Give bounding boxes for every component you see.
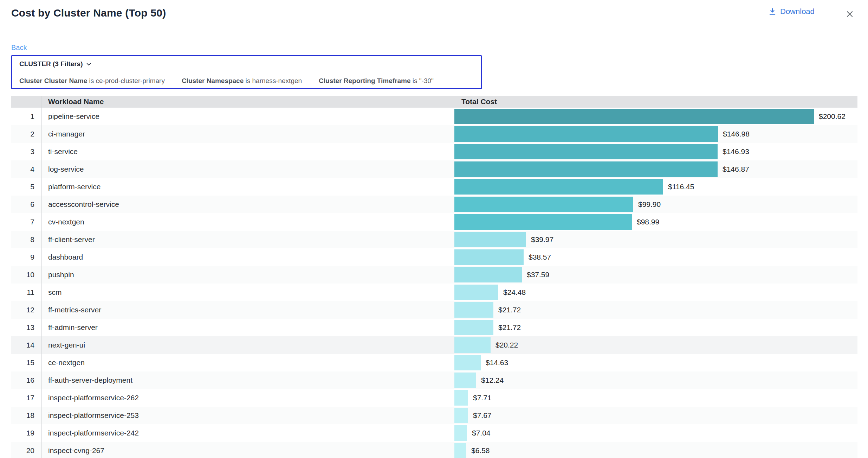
workload-name: ci-manager bbox=[41, 125, 450, 143]
table-header: Workload Name Total Cost bbox=[11, 96, 857, 108]
cost-value: $98.99 bbox=[637, 218, 659, 226]
table-row[interactable]: 18 inspect-platformservice-253 $7.67 bbox=[11, 407, 857, 424]
workload-name: ti-service bbox=[41, 143, 450, 160]
cost-bar bbox=[454, 408, 468, 423]
workload-name: inspect-cvng-267 bbox=[41, 442, 450, 458]
row-rank: 13 bbox=[11, 319, 41, 336]
cost-value: $38.57 bbox=[529, 253, 551, 261]
table-row[interactable]: 3 ti-service $146.93 bbox=[11, 143, 857, 160]
cost-value: $7.04 bbox=[472, 429, 491, 437]
workload-name: pipeline-service bbox=[41, 108, 450, 125]
filter-field: Cluster Namespace bbox=[182, 77, 244, 84]
row-rank: 9 bbox=[11, 248, 41, 266]
cost-cell: $146.98 bbox=[450, 125, 857, 143]
row-rank: 6 bbox=[11, 196, 41, 213]
cost-bar bbox=[454, 373, 476, 388]
workload-name: ff-auth-server-deployment bbox=[41, 371, 450, 389]
table-row[interactable]: 9 dashboard $38.57 bbox=[11, 248, 857, 266]
cost-by-cluster-modal: Cost by Cluster Name (Top 50) Download B… bbox=[0, 0, 868, 458]
table-row[interactable]: 4 log-service $146.87 bbox=[11, 160, 857, 178]
filter-condition: is "-30" bbox=[413, 77, 434, 84]
table-row[interactable]: 1 pipeline-service $200.62 bbox=[11, 108, 857, 125]
row-rank: 18 bbox=[11, 407, 41, 424]
filter-condition: is harness-nextgen bbox=[246, 77, 302, 84]
cost-bar bbox=[454, 179, 663, 195]
cost-value: $21.72 bbox=[498, 306, 521, 314]
filter-group-toggle[interactable]: CLUSTER (3 Filters) bbox=[19, 60, 92, 68]
table-row[interactable]: 15 ce-nextgen $14.63 bbox=[11, 354, 857, 371]
cost-cell: $116.45 bbox=[450, 178, 857, 196]
cost-value: $21.72 bbox=[498, 323, 521, 332]
filter-item: Cluster Namespace is harness-nextgen bbox=[182, 77, 302, 85]
filter-item: Cluster Cluster Name is ce-prod-cluster-… bbox=[19, 77, 165, 85]
cost-cell: $21.72 bbox=[450, 319, 857, 336]
table-row[interactable]: 7 cv-nextgen $98.99 bbox=[11, 213, 857, 231]
download-label: Download bbox=[780, 7, 815, 16]
table-row[interactable]: 2 ci-manager $146.98 bbox=[11, 125, 857, 143]
filter-group-label: CLUSTER (3 Filters) bbox=[19, 60, 83, 68]
row-rank: 11 bbox=[11, 284, 41, 301]
table-row[interactable]: 12 ff-metrics-server $21.72 bbox=[11, 301, 857, 319]
total-cost-column-header: Total Cost bbox=[450, 96, 857, 108]
row-rank: 14 bbox=[11, 336, 41, 354]
workload-name: accesscontrol-service bbox=[41, 196, 450, 213]
table-row[interactable]: 20 inspect-cvng-267 $6.58 bbox=[11, 442, 857, 458]
download-button[interactable]: Download bbox=[768, 7, 815, 16]
row-rank: 5 bbox=[11, 178, 41, 196]
cost-cell: $37.59 bbox=[450, 266, 857, 284]
table-row[interactable]: 8 ff-client-server $39.97 bbox=[11, 231, 857, 248]
cost-bar bbox=[454, 249, 524, 265]
close-icon bbox=[845, 9, 855, 19]
cost-value: $146.87 bbox=[723, 165, 749, 173]
table-row[interactable]: 13 ff-admin-server $21.72 bbox=[11, 319, 857, 336]
workload-name: inspect-platformservice-262 bbox=[41, 389, 450, 407]
cost-value: $7.67 bbox=[473, 411, 492, 420]
cost-cell: $98.99 bbox=[450, 213, 857, 231]
table-body: 1 pipeline-service $200.62 2 ci-manager … bbox=[11, 108, 857, 458]
cost-bar bbox=[454, 126, 718, 142]
cost-bar bbox=[454, 285, 498, 300]
table-row[interactable]: 16 ff-auth-server-deployment $12.24 bbox=[11, 371, 857, 389]
cost-bar bbox=[454, 355, 481, 370]
row-rank: 17 bbox=[11, 389, 41, 407]
table-row[interactable]: 6 accesscontrol-service $99.90 bbox=[11, 196, 857, 213]
table-row[interactable]: 19 inspect-platformservice-242 $7.04 bbox=[11, 424, 857, 442]
cost-cell: $7.67 bbox=[450, 407, 857, 424]
cost-bar bbox=[454, 320, 493, 335]
row-rank: 12 bbox=[11, 301, 41, 319]
row-rank: 4 bbox=[11, 160, 41, 178]
cost-cell: $38.57 bbox=[450, 248, 857, 266]
table-row[interactable]: 17 inspect-platformservice-262 $7.71 bbox=[11, 389, 857, 407]
cost-value: $12.24 bbox=[481, 376, 504, 384]
table-row[interactable]: 5 platform-service $116.45 bbox=[11, 178, 857, 196]
cost-bar bbox=[454, 443, 466, 458]
cost-bar bbox=[454, 197, 633, 212]
row-rank: 2 bbox=[11, 125, 41, 143]
filter-field: Cluster Cluster Name bbox=[19, 77, 87, 84]
cost-bar bbox=[454, 425, 467, 441]
workload-name: next-gen-ui bbox=[41, 336, 450, 354]
filter-condition: is ce-prod-cluster-primary bbox=[89, 77, 165, 84]
cost-bar bbox=[454, 337, 491, 353]
back-link[interactable]: Back bbox=[11, 44, 27, 52]
table-row[interactable]: 14 next-gen-ui $20.22 bbox=[11, 336, 857, 354]
cost-cell: $21.72 bbox=[450, 301, 857, 319]
workload-name: ff-client-server bbox=[41, 231, 450, 248]
cost-value: $24.48 bbox=[503, 288, 526, 297]
cost-cell: $20.22 bbox=[450, 336, 857, 354]
cost-cell: $24.48 bbox=[450, 284, 857, 301]
row-rank: 3 bbox=[11, 143, 41, 160]
cost-value: $7.71 bbox=[473, 394, 492, 402]
close-button[interactable] bbox=[843, 8, 856, 20]
cost-value: $99.90 bbox=[638, 200, 661, 209]
row-rank: 16 bbox=[11, 371, 41, 389]
cost-bar bbox=[454, 267, 522, 282]
cost-cell: $6.58 bbox=[450, 442, 857, 458]
table-row[interactable]: 11 scm $24.48 bbox=[11, 284, 857, 301]
cost-bar bbox=[454, 390, 468, 406]
cost-bar bbox=[454, 144, 718, 159]
row-rank: 1 bbox=[11, 108, 41, 125]
table-row[interactable]: 10 pushpin $37.59 bbox=[11, 266, 857, 284]
cost-value: $6.58 bbox=[471, 446, 490, 455]
cost-cell: $12.24 bbox=[450, 371, 857, 389]
